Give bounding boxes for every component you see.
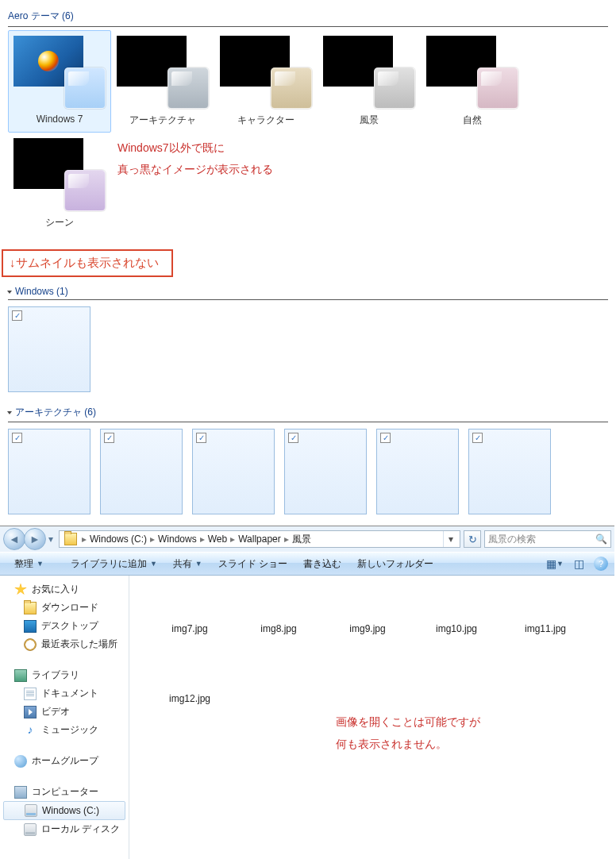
explorer-toolbar: 整理▼ ライブラリに追加▼ 共有▼ スライド ショー 書き込む 新しいフォルダー… [0,552,614,576]
organize-button[interactable]: 整理▼ [6,553,52,575]
nav-localdisk[interactable]: ローカル ディスク [0,820,129,838]
theme-thumbnail [13,36,106,109]
wallpaper-grid-2: ✓✓✓✓✓✓ [8,422,608,526]
aero-section-title: Aero テーマ (6) [8,6,608,27]
nav-libraries[interactable]: ライブラリ [0,666,129,684]
theme-label: 自然 [426,114,518,127]
theme-item-1[interactable]: アーキテクチャ [111,30,214,133]
file-item[interactable]: img7.jpg [145,588,234,634]
breadcrumb-item[interactable]: Windows [156,534,198,545]
burn-button[interactable]: 書き込む [295,553,349,575]
wallpaper-item[interactable]: ✓ [284,429,367,514]
explorer-window: ◄ ► ▾ ▸ Windows (C:)▸ Windows▸ Web▸ Wall… [0,526,614,859]
checkbox-icon[interactable]: ✓ [12,433,22,443]
drive-icon [25,804,37,817]
file-item[interactable]: img9.jpg [323,588,412,634]
wallpaper-item[interactable]: ✓ [8,429,90,514]
search-icon: 🔍 [595,534,607,545]
wallpaper-item[interactable]: ✓ [100,429,183,514]
share-button[interactable]: 共有▼ [165,553,210,575]
wallpaper-item[interactable]: ✓ [192,429,275,514]
callout-no-thumbnail: ↓サムネイルも表示されない [2,249,173,277]
breadcrumb-item[interactable]: Wallpaper [237,534,283,545]
nav-back-button[interactable]: ◄ [3,528,25,550]
file-item[interactable]: img10.jpg [412,588,501,634]
checkbox-icon[interactable]: ✓ [380,433,391,443]
wallpaper-item[interactable]: ✓ [468,429,551,514]
file-list-pane: img7.jpgimg8.jpgimg9.jpgimg10.jpgimg11.j… [129,576,614,859]
new-folder-button[interactable]: 新しいフォルダー [349,553,441,575]
nav-music[interactable]: ♪ミュージック [0,721,129,739]
breadcrumb-item[interactable]: Windows (C:) [88,534,148,545]
computer-icon [14,786,27,799]
checkbox-icon[interactable]: ✓ [104,433,114,443]
breadcrumb-item[interactable]: Web [206,534,229,545]
star-icon [14,584,27,596]
nav-desktop[interactable]: デスクトップ [0,617,129,635]
nav-videos[interactable]: ビデオ [0,703,129,721]
file-item[interactable]: img11.jpg [501,588,590,634]
theme-label: シーン [13,216,106,229]
callout-black-image: Windows7以外で既に真っ黒なイメージが表示される [111,133,333,235]
help-button[interactable]: ? [594,557,608,571]
checkbox-icon[interactable]: ✓ [472,433,483,443]
preview-pane-button[interactable]: ◫ [570,555,587,572]
nav-favorites[interactable]: お気に入り [0,580,129,599]
navigation-pane: お気に入り ダウンロード デスクトップ 最近表示した場所 ライブラリ ドキュメン… [0,576,129,859]
theme-thumbnail [426,36,518,109]
nav-computer[interactable]: コンピューター [0,783,129,801]
video-icon [24,706,37,718]
checkbox-icon[interactable]: ✓ [196,433,206,443]
theme-thumbnail [220,36,312,109]
group-windows-title: Windows (1) [8,283,608,300]
nav-history-dropdown[interactable]: ▾ [46,534,56,545]
theme-label: アーキテクチャ [117,114,209,127]
wallpaper-item[interactable]: ✓ [376,429,459,514]
theme-item-2[interactable]: キャラクター [214,30,318,133]
add-library-button[interactable]: ライブラリに追加▼ [63,553,165,575]
document-icon [24,688,37,700]
nav-cdrive[interactable]: Windows (C:) [3,801,125,820]
group-arch-title: アーキテクチャ (6) [8,403,608,422]
refresh-button[interactable]: ↻ [464,530,481,548]
folder-icon [64,533,77,545]
wallpaper-grid-1: ✓ [8,300,608,403]
music-icon: ♪ [24,724,37,737]
nav-downloads[interactable]: ダウンロード [0,599,129,617]
theme-item-3[interactable]: 風景 [318,30,421,133]
recent-icon [24,638,37,651]
desktop-icon [24,620,37,633]
library-icon [14,669,27,682]
homegroup-icon [14,755,27,768]
file-item[interactable]: img8.jpg [234,588,323,634]
theme-label: キャラクター [220,114,312,127]
nav-forward-button[interactable]: ► [24,528,46,550]
nav-homegroup[interactable]: ホームグループ [0,752,129,770]
callout-cannot-display: 画像を開くことは可能ですが 何も表示されません。 [336,711,480,755]
theme-item-4[interactable]: 自然 [421,30,524,133]
view-options-button[interactable]: ▦ ▼ [546,555,564,572]
slideshow-button[interactable]: スライド ショー [210,553,295,575]
checkbox-icon[interactable]: ✓ [288,433,298,443]
breadcrumb-item[interactable]: 風景 [291,533,313,546]
address-row: ◄ ► ▾ ▸ Windows (C:)▸ Windows▸ Web▸ Wall… [0,526,614,552]
theme-item-5[interactable]: シーン [8,133,111,235]
theme-label: Windows 7 [13,114,106,125]
theme-thumbnail [117,36,209,109]
checkbox-icon[interactable]: ✓ [12,310,22,321]
wallpaper-item[interactable]: ✓ [8,306,90,392]
theme-thumbnail [13,138,106,211]
nav-recent[interactable]: 最近表示した場所 [0,635,129,653]
theme-thumbnail [323,36,415,109]
theme-item-0[interactable]: Windows 7 [8,30,111,133]
folder-icon [24,602,37,614]
nav-documents[interactable]: ドキュメント [0,684,129,703]
search-input[interactable]: 風景の検索🔍 [484,530,611,548]
theme-label: 風景 [323,114,415,127]
address-dropdown[interactable]: ▾ [443,531,458,547]
drive-icon [24,823,37,836]
address-bar[interactable]: ▸ Windows (C:)▸ Windows▸ Web▸ Wallpaper▸… [59,530,460,548]
file-item[interactable]: img12.jpg [145,658,234,704]
aero-theme-grid: Windows 7アーキテクチャキャラクター風景自然シーンWindows7以外で… [8,30,608,235]
